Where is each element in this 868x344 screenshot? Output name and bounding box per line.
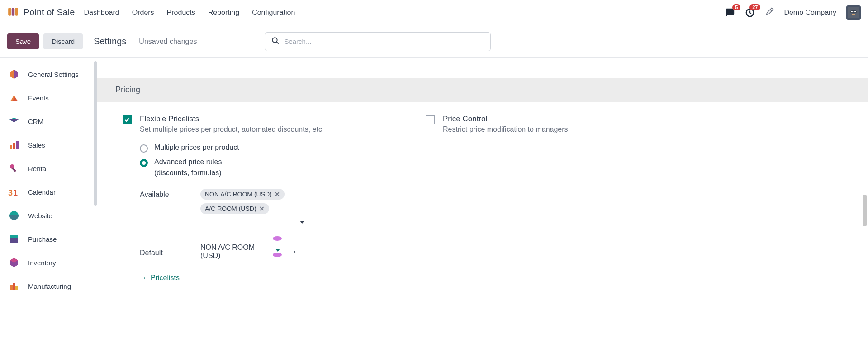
svg-rect-0 bbox=[8, 8, 11, 15]
sidebar-item-rental[interactable]: Rental bbox=[0, 157, 97, 180]
sales-icon bbox=[8, 139, 20, 151]
page-title: Settings bbox=[94, 36, 126, 47]
activities-icon[interactable]: 27 bbox=[745, 8, 755, 18]
sidebar-item-label: Purchase bbox=[28, 235, 57, 243]
company-name[interactable]: Demo Company bbox=[784, 9, 836, 17]
sidebar-item-purchase[interactable]: Purchase bbox=[0, 227, 97, 251]
available-pricelists-tags[interactable]: NON A/C ROOM (USD) ✕ A/C ROOM (USD) ✕ bbox=[200, 189, 304, 228]
radio-icon bbox=[140, 144, 148, 153]
tags-dropdown-caret[interactable] bbox=[300, 218, 304, 225]
messages-icon[interactable]: 5 bbox=[725, 8, 735, 18]
sidebar-item-general-settings[interactable]: General Settings bbox=[0, 62, 97, 86]
inventory-icon bbox=[8, 257, 20, 268]
svg-rect-12 bbox=[13, 143, 15, 149]
radio-icon bbox=[140, 159, 148, 167]
sidebar-item-label: Calendar bbox=[28, 188, 56, 196]
tag-non-ac-room: NON A/C ROOM (USD) ✕ bbox=[200, 189, 285, 200]
open-record-arrow-icon[interactable]: → bbox=[289, 247, 297, 257]
setting-desc: Restrict price modification to managers bbox=[443, 125, 568, 134]
link-label: Pricelists bbox=[151, 274, 180, 282]
radio-sublabel: (discounts, formulas) bbox=[154, 169, 394, 177]
checkbox-price-control[interactable] bbox=[426, 115, 435, 124]
setting-title: Flexible Pricelists bbox=[140, 115, 394, 124]
sidebar-item-crm[interactable]: CRM bbox=[0, 110, 97, 133]
svg-rect-1 bbox=[12, 8, 15, 15]
sidebar-item-label: CRM bbox=[28, 118, 43, 125]
nav-reporting[interactable]: Reporting bbox=[208, 9, 239, 17]
svg-rect-20 bbox=[10, 238, 18, 243]
activities-badge: 27 bbox=[749, 4, 760, 10]
svg-rect-15 bbox=[12, 167, 16, 172]
top-nav: Dashboard Orders Products Reporting Conf… bbox=[84, 9, 295, 17]
messages-badge: 5 bbox=[732, 4, 740, 10]
content: Pricing Flexible Pricelists Set multiple… bbox=[97, 58, 868, 344]
purchase-icon bbox=[8, 233, 20, 245]
field-label-default: Default bbox=[140, 247, 200, 257]
topbar: Point of Sale Dashboard Orders Products … bbox=[0, 0, 868, 25]
content-scrollbar[interactable] bbox=[863, 195, 867, 226]
sidebar-item-website[interactable]: Website bbox=[0, 204, 97, 227]
save-button[interactable]: Save bbox=[7, 33, 39, 49]
sidebar-item-sales[interactable]: Sales bbox=[0, 133, 97, 157]
checkbox-flexible-pricelists[interactable] bbox=[123, 115, 132, 124]
radio-label: Advanced price rules bbox=[154, 158, 222, 166]
sidebar-item-events[interactable]: Events bbox=[0, 86, 97, 110]
nav-orders[interactable]: Orders bbox=[132, 9, 154, 17]
website-icon bbox=[8, 210, 20, 221]
tag-ac-room: A/C ROOM (USD) ✕ bbox=[200, 203, 269, 214]
svg-text:1: 1 bbox=[13, 188, 18, 197]
rental-icon bbox=[8, 162, 20, 174]
setting-price-control: Price Control Restrict price modificatio… bbox=[412, 115, 568, 282]
sidebar-item-inventory[interactable]: Inventory bbox=[0, 251, 97, 274]
search-box[interactable] bbox=[265, 32, 491, 51]
app-title: Point of Sale bbox=[24, 7, 75, 18]
discard-button[interactable]: Discard bbox=[43, 33, 83, 49]
svg-rect-2 bbox=[15, 8, 18, 15]
action-bar: Save Discard Settings Unsaved changes bbox=[0, 25, 868, 58]
radio-advanced-rules[interactable]: Advanced price rules bbox=[140, 158, 394, 167]
calendar-icon: 31 bbox=[8, 186, 20, 198]
sidebar-item-label: Manufacturing bbox=[28, 282, 71, 290]
tag-remove-icon[interactable]: ✕ bbox=[275, 191, 280, 198]
svg-rect-24 bbox=[13, 283, 15, 290]
select-value: NON A/C ROOM (USD) bbox=[200, 244, 255, 259]
sidebar-scrollbar[interactable] bbox=[94, 61, 97, 206]
app-brand[interactable]: Point of Sale bbox=[7, 6, 75, 19]
svg-rect-23 bbox=[10, 285, 13, 290]
unsaved-changes: Unsaved changes bbox=[139, 38, 197, 46]
svg-marker-10 bbox=[14, 70, 18, 79]
highlight-marker-icon bbox=[273, 253, 282, 257]
sidebar-item-label: General Settings bbox=[28, 71, 79, 78]
sidebar-item-label: Events bbox=[28, 94, 49, 102]
sidebar-item-calendar[interactable]: 31 Calendar bbox=[0, 180, 97, 204]
setting-flexible-pricelists: Flexible Pricelists Set multiple prices … bbox=[123, 115, 412, 282]
sidebar-item-label: Website bbox=[28, 212, 52, 220]
svg-text:3: 3 bbox=[8, 188, 13, 197]
svg-rect-11 bbox=[10, 145, 12, 149]
nav-configuration[interactable]: Configuration bbox=[252, 9, 295, 17]
tag-remove-icon[interactable]: ✕ bbox=[259, 205, 265, 212]
search-input[interactable] bbox=[284, 38, 484, 45]
events-icon bbox=[8, 92, 20, 104]
sidebar-item-label: Sales bbox=[28, 141, 45, 149]
default-pricelist-select[interactable]: NON A/C ROOM (USD) bbox=[200, 243, 281, 261]
radio-multiple-prices[interactable]: Multiple prices per product bbox=[140, 143, 394, 153]
search-icon bbox=[271, 37, 280, 46]
avatar[interactable] bbox=[846, 5, 861, 20]
sidebar-item-label: Inventory bbox=[28, 259, 56, 267]
arrow-right-icon: → bbox=[140, 274, 147, 282]
sidebar-item-label: Rental bbox=[28, 165, 47, 172]
app-logo-icon bbox=[7, 6, 19, 19]
pricelists-link[interactable]: → Pricelists bbox=[140, 274, 394, 282]
tools-icon[interactable] bbox=[765, 7, 774, 18]
highlight-marker-icon bbox=[273, 236, 282, 241]
sidebar-item-manufacturing[interactable]: Manufacturing bbox=[0, 274, 97, 298]
tag-label: A/C ROOM (USD) bbox=[205, 205, 256, 212]
field-label-available: Available bbox=[140, 189, 200, 199]
nav-dashboard[interactable]: Dashboard bbox=[84, 9, 119, 17]
setting-title: Price Control bbox=[443, 115, 568, 124]
sidebar: General Settings Events CRM Sales Rental… bbox=[0, 58, 97, 344]
nav-products[interactable]: Products bbox=[167, 9, 195, 17]
manufacturing-icon bbox=[8, 280, 20, 292]
topbar-right: 5 27 Demo Company bbox=[725, 5, 861, 20]
